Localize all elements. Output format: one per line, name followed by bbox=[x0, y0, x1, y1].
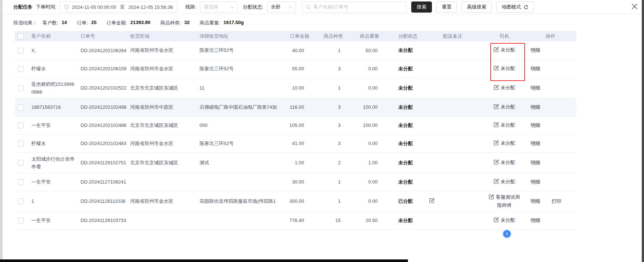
driver-name[interactable]: 未分配 bbox=[501, 140, 515, 146]
floating-help-icon[interactable]: i bbox=[502, 229, 511, 238]
driver-cell[interactable]: 未分配 bbox=[484, 173, 525, 191]
driver-edit-icon[interactable] bbox=[494, 66, 499, 73]
search-icon bbox=[306, 5, 311, 10]
detail-link[interactable]: 明细 bbox=[531, 122, 540, 128]
detail-link[interactable]: 明细 bbox=[531, 160, 540, 165]
row-checkbox[interactable] bbox=[18, 198, 24, 204]
address-cell: 陈寨北三环52号 bbox=[200, 41, 286, 60]
print-link[interactable]: 打印 bbox=[552, 198, 561, 204]
clock-icon bbox=[64, 4, 69, 10]
order-no-cell: DD-20241129102751 bbox=[81, 152, 130, 173]
order-no-cell: DD-20241202102498 bbox=[81, 98, 130, 116]
detail-link[interactable]: 明细 bbox=[531, 66, 540, 71]
driver-cell[interactable]: 未分配 bbox=[484, 98, 525, 116]
chevron-down-icon bbox=[230, 5, 234, 9]
date-range-input[interactable]: 2024-11-05 00:00:00 至 2024-12-05 15:56:3… bbox=[59, 1, 177, 13]
row-checkbox[interactable] bbox=[18, 160, 24, 166]
driver-cell[interactable]: 未分配 bbox=[484, 211, 525, 229]
driver-name[interactable]: 未分配 bbox=[501, 47, 515, 53]
order-no-cell: DD-20241202102483 bbox=[81, 134, 130, 152]
detail-link[interactable]: 明细 bbox=[531, 141, 540, 146]
weight-cell: 50.00 bbox=[347, 41, 384, 60]
close-icon[interactable] bbox=[630, 2, 639, 11]
customer-name-cell: 一生平安 bbox=[31, 173, 81, 191]
date-end-value[interactable]: 2024-12-05 15:56:36 bbox=[128, 4, 173, 10]
detail-link[interactable]: 明细 bbox=[531, 218, 540, 223]
driver-name[interactable]: 未分配 bbox=[501, 85, 515, 90]
advanced-search-button[interactable]: 高级搜索 bbox=[461, 1, 492, 13]
row-checkbox[interactable] bbox=[18, 218, 24, 224]
order-time-label: 下单时间: bbox=[36, 4, 57, 10]
reset-button-label: 重置 bbox=[442, 4, 452, 10]
search-button[interactable]: 搜索 bbox=[411, 1, 432, 13]
note-edit-icon[interactable] bbox=[429, 198, 435, 204]
driver-edit-icon[interactable] bbox=[494, 47, 499, 54]
row-checkbox[interactable] bbox=[18, 104, 24, 110]
driver-name[interactable]: 未分配 bbox=[501, 104, 515, 110]
chevron-down-icon bbox=[288, 5, 292, 9]
select-all-checkbox[interactable] bbox=[18, 33, 24, 39]
driver-cell[interactable]: 未分配 bbox=[484, 116, 525, 134]
row-checkbox[interactable] bbox=[18, 122, 24, 128]
types-cell: 1 bbox=[312, 78, 347, 98]
detail-link[interactable]: 明细 bbox=[531, 198, 540, 204]
driver-cell[interactable]: 未分配 bbox=[484, 152, 525, 173]
detail-link[interactable]: 明细 bbox=[531, 47, 540, 53]
driver-cell[interactable]: 未分配 bbox=[484, 41, 525, 60]
operations-cell: 明细 bbox=[525, 98, 576, 116]
weight-cell: 0.00 bbox=[347, 173, 384, 191]
table-body: X. DD-20241202106284 河南省郑州市金水区 陈寨北三环52号 … bbox=[15, 41, 576, 229]
screen-edge-right bbox=[642, 0, 644, 262]
delivery-note-cell bbox=[421, 41, 484, 60]
driver-name[interactable]: 未分配 bbox=[501, 217, 515, 223]
row-checkbox[interactable] bbox=[18, 179, 24, 185]
detail-link[interactable]: 明细 bbox=[531, 104, 540, 110]
assign-status-cell: 未分配 bbox=[384, 211, 421, 229]
table-row: 柠檬水 DD-20241202106159 河南省郑州市金水区 陈寨北三环52号… bbox=[15, 60, 576, 78]
driver-edit-icon[interactable] bbox=[494, 122, 499, 130]
col-amount-header: 订单金额 bbox=[286, 31, 312, 41]
row-checkbox[interactable] bbox=[18, 48, 24, 54]
assign-status-select[interactable]: 全部 bbox=[267, 1, 296, 13]
customer-name-cell: 太阳城步行街占坐串串看 bbox=[31, 152, 81, 173]
driver-edit-icon[interactable] bbox=[494, 140, 499, 148]
row-checkbox[interactable] bbox=[18, 85, 24, 91]
order-no-cell: DD-20241202102486 bbox=[81, 116, 130, 134]
driver-edit-icon[interactable] bbox=[489, 194, 494, 202]
driver-edit-icon[interactable] bbox=[494, 104, 499, 111]
reset-button[interactable]: 重置 bbox=[436, 1, 457, 13]
region-cell: 北京市北京城区东城区 bbox=[130, 116, 200, 134]
driver-edit-icon[interactable] bbox=[494, 179, 499, 186]
driver-edit-icon[interactable] bbox=[494, 159, 499, 167]
driver-name[interactable]: 未分配 bbox=[501, 179, 515, 184]
detail-link[interactable]: 明细 bbox=[531, 179, 540, 185]
driver-name[interactable]: 客服测试用陈师傅 bbox=[496, 194, 520, 208]
driver-name[interactable]: 未分配 bbox=[501, 66, 515, 71]
route-select[interactable]: 请选择 bbox=[200, 1, 238, 13]
row-checkbox[interactable] bbox=[18, 141, 24, 147]
operations-cell: 明细 bbox=[525, 41, 576, 60]
driver-name[interactable]: 未分配 bbox=[501, 159, 515, 165]
types-cell: 3 bbox=[312, 116, 347, 134]
search-input[interactable]: 客户名称/订单号 bbox=[302, 1, 406, 13]
driver-name[interactable]: 未分配 bbox=[501, 122, 515, 128]
driver-cell[interactable]: 未分配 bbox=[484, 78, 525, 98]
order-no-cell: DD-20241126103733 bbox=[81, 211, 130, 229]
amount-cell: 55.00 bbox=[286, 60, 312, 78]
driver-cell[interactable]: 客服测试用陈师傅 bbox=[484, 191, 525, 211]
assign-status-cell: 未分配 bbox=[384, 60, 421, 78]
weight-cell: 0.00 bbox=[347, 78, 384, 98]
row-checkbox[interactable] bbox=[18, 66, 24, 72]
driver-edit-icon[interactable] bbox=[494, 85, 499, 92]
operations-cell: 明细 bbox=[525, 211, 576, 229]
driver-cell[interactable]: 未分配 bbox=[484, 60, 525, 78]
detail-link[interactable]: 明细 bbox=[531, 85, 540, 91]
driver-cell[interactable]: 未分配 bbox=[484, 134, 525, 152]
search-placeholder: 客户名称/订单号 bbox=[313, 4, 348, 10]
assign-task-panel: 分配任务 下单时间: 2024-11-05 00:00:00 至 2024-12… bbox=[0, 0, 644, 262]
order-no-cell: DD-20241202106284 bbox=[81, 41, 130, 60]
driver-edit-icon[interactable] bbox=[494, 217, 499, 225]
map-mode-button[interactable]: 地图模式 bbox=[496, 1, 534, 13]
date-start-value[interactable]: 2024-11-05 00:00:00 bbox=[72, 4, 116, 10]
order-amount-value: 21393.90 bbox=[130, 20, 150, 26]
